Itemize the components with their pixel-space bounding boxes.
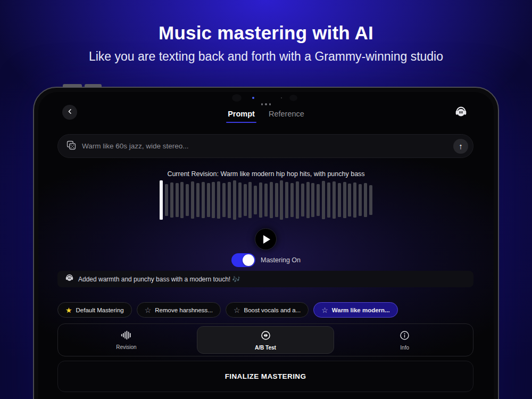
page-subtitle: Like you are texting back and forth with… [0,49,532,64]
waveform-bar [217,181,220,219]
waveform-bar [327,182,330,218]
assistant-message-text: Added warmth and punchy bass with a mode… [78,276,240,283]
waveform-bar [296,181,299,219]
play-icon [263,235,270,244]
waveform-icon [120,330,132,342]
waveform-bar [359,184,362,216]
multitask-dots-indicator[interactable] [38,103,494,105]
tab-reference[interactable]: Reference [269,110,304,123]
finalize-label: FINALIZE MASTERING [225,372,306,380]
preset-chip-label: Default Mastering [76,307,124,313]
tab-prompt[interactable]: Prompt [228,110,255,123]
mastering-toggle[interactable] [231,253,255,267]
preset-chip-warm-like-modern[interactable]: ☆ Warm like modern... [313,302,397,318]
toolbar-ab-test-button[interactable]: A/B Test [197,326,335,354]
waveform-bar [285,182,288,218]
waveform-bar [228,182,231,219]
prompt-text-input[interactable] [82,142,453,150]
waveform-bar [212,182,215,218]
waveform-bar [254,186,257,215]
robot-headphones-icon [454,111,468,120]
preset-chip-label: Remove harshness... [155,307,213,313]
waveform-bar [207,183,210,217]
waveform[interactable] [160,179,372,221]
prompt-input-bar: ↑ [57,134,473,158]
preset-chip-boost-vocals[interactable]: ☆ Boost vocals and a... [226,302,309,318]
waveform-bar [170,182,173,218]
star-outline-icon: ☆ [234,306,240,314]
ab-compare-icon [260,330,271,342]
waveform-bar [264,184,268,217]
arrow-up-icon: ↑ [459,142,463,151]
waveform-bar [275,183,278,218]
star-outline-icon: ☆ [145,306,152,314]
tablet-mockup: Prompt Reference [33,87,499,399]
waveform-bar [290,183,294,218]
mastering-toggle-row: Mastering On [38,253,494,267]
camera-sensor-dot [281,97,282,98]
waveform-bar [259,182,262,218]
waveform-bar [244,184,247,216]
waveform-bar [338,183,341,217]
waveform-bar [180,182,184,219]
robot-headphones-icon [65,273,74,285]
waveform-bar [238,182,242,218]
waveform-bar [280,180,283,219]
waveform-bar [322,181,325,220]
waveform-bar [369,185,372,215]
star-filled-icon: ★ [65,306,72,314]
camera-lens [289,95,297,101]
camera-lens [232,94,242,102]
app-screen: Prompt Reference [38,92,494,399]
waveform-bar [306,182,310,218]
waveform-bar [222,183,226,218]
info-icon [399,330,410,342]
waveform-bar [311,183,314,218]
preset-chip-row: ★ Default Mastering ☆ Remove harshness..… [57,302,398,318]
toolbar-label: Info [400,345,409,351]
play-button[interactable] [255,228,277,250]
star-outline-icon: ☆ [321,306,328,314]
assistant-message: Added warmth and punchy bass with a mode… [57,271,473,287]
waveform-bar [348,184,351,217]
dice-icon[interactable] [66,140,77,153]
waveform-progress-bar [160,180,163,220]
waveform-bar [301,184,304,217]
volume-down-button [85,84,102,87]
preset-chip-label: Warm like modern... [332,307,390,313]
waveform-bar [202,182,205,218]
waveform-bar [332,181,336,218]
toolbar-label: Revision [116,344,136,350]
current-revision-caption: Current Revision: Warm like modern hip h… [38,170,494,178]
mastering-toggle-label: Mastering On [261,256,301,264]
waveform-bar [364,183,367,218]
waveform-bar [270,182,273,219]
waveform-bar [233,180,236,219]
waveform-bar [248,182,252,218]
waveform-bar [191,181,194,219]
bottom-toolbar: Revision A/B Test [57,323,473,356]
toolbar-revision-button[interactable]: Revision [58,324,195,356]
waveform-bar [186,184,189,216]
finalize-mastering-button[interactable]: FINALIZE MASTERING [57,361,473,392]
preset-chip-remove-harshness[interactable]: ☆ Remove harshness... [137,302,221,318]
toolbar-info-button[interactable]: Info [336,324,473,356]
preset-chip-default-mastering[interactable]: ★ Default Mastering [57,302,132,318]
waveform-bar [317,184,320,216]
preset-chip-label: Boost vocals and a... [244,307,301,313]
waveform-bar [196,183,200,218]
camera-indicator-dot [252,97,254,99]
toolbar-label: A/B Test [255,345,276,351]
assistant-avatar[interactable] [454,105,468,119]
volume-up-button [63,84,82,87]
waveform-bar [353,182,356,218]
waveform-bar [343,182,346,218]
send-button[interactable]: ↑ [453,139,468,154]
waveform-bar [176,183,179,217]
tab-bar: Prompt Reference [38,110,494,123]
waveform-bar [165,184,168,217]
toggle-knob [243,254,254,266]
page-title: Music mastering with AI [0,22,532,44]
